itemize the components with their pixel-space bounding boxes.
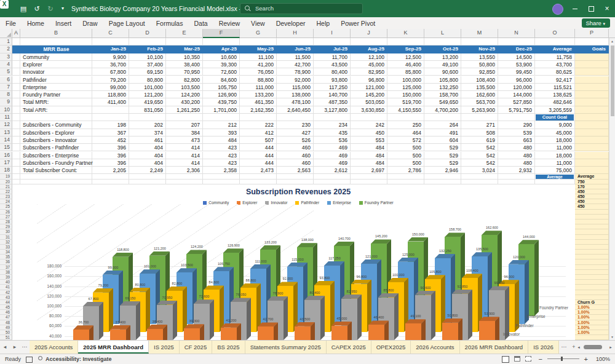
cell[interactable]	[575, 280, 609, 285]
cell[interactable]	[351, 114, 387, 121]
sheet-tab-opex2025[interactable]: OPEX2025	[371, 341, 411, 354]
cell[interactable]	[20, 114, 92, 121]
cell[interactable]	[277, 174, 314, 179]
cell[interactable]	[575, 159, 609, 167]
cell[interactable]	[20, 174, 92, 179]
cell[interactable]	[575, 290, 609, 295]
cell[interactable]	[277, 180, 314, 184]
row-header-47[interactable]: 47	[0, 315, 12, 320]
cell[interactable]	[12, 53, 20, 61]
cell[interactable]	[387, 114, 424, 121]
row-header-12[interactable]: 12	[0, 121, 12, 129]
cell[interactable]	[203, 38, 240, 46]
cell[interactable]	[575, 285, 609, 290]
sheet-tab-statements-summary-2025[interactable]: Statements Summary 2025	[245, 341, 327, 354]
select-all-corner[interactable]	[0, 29, 12, 38]
vertical-scrollbar[interactable]: ▲▼	[609, 38, 615, 340]
cell[interactable]	[575, 98, 609, 106]
cell[interactable]	[12, 174, 20, 179]
ribbon-tab-power-pivot[interactable]: Power Pivot	[335, 18, 381, 30]
ribbon-tab-help[interactable]: Help	[311, 18, 336, 30]
cell[interactable]	[203, 180, 240, 184]
cell[interactable]	[12, 98, 20, 106]
cell[interactable]	[575, 106, 609, 114]
cell[interactable]	[424, 180, 461, 184]
cell[interactable]	[12, 106, 20, 114]
row-header-20[interactable]: 20	[0, 180, 12, 184]
row-header-8[interactable]: 8	[0, 91, 12, 98]
cell[interactable]	[424, 174, 461, 179]
column-header-j[interactable]: J	[351, 29, 387, 38]
column-header-a[interactable]: A	[12, 29, 20, 38]
ribbon-tab-insert[interactable]: Insert	[50, 18, 77, 30]
row-header-10[interactable]: 10	[0, 106, 12, 114]
hscroll-left-icon[interactable]: ◂	[576, 343, 582, 351]
sheet-tab-bs-2025[interactable]: BS 2025	[212, 341, 245, 354]
row-header-46[interactable]: 46	[0, 310, 12, 315]
cell[interactable]	[575, 136, 609, 144]
cell[interactable]	[575, 275, 609, 280]
row-header-23[interactable]: 23	[0, 194, 12, 199]
sheet-nav-more-icon[interactable]: ⋯	[20, 341, 30, 354]
scroll-up-icon[interactable]: ▲	[609, 38, 615, 44]
zoom-level[interactable]: 100%	[596, 354, 610, 364]
cell[interactable]	[575, 240, 609, 245]
column-header-b[interactable]: B	[20, 29, 92, 38]
ribbon-tab-file[interactable]: File	[0, 18, 22, 30]
zoom-in-icon[interactable]: +	[584, 354, 588, 364]
avatar[interactable]	[552, 4, 563, 15]
cell[interactable]	[92, 106, 129, 114]
cell[interactable]	[575, 259, 609, 264]
cell[interactable]	[12, 121, 20, 129]
row-header-31[interactable]: 31	[0, 235, 12, 240]
cell[interactable]	[166, 180, 203, 184]
cell[interactable]	[12, 38, 20, 46]
row-header-19[interactable]: 19	[0, 174, 12, 179]
quick-access-toolbar-menu-icon[interactable]: ▾	[58, 4, 68, 14]
column-header-f[interactable]: F	[203, 29, 240, 38]
row-header-24[interactable]: 24	[0, 199, 12, 204]
row-header-50[interactable]: 50	[0, 330, 12, 335]
cell[interactable]	[575, 152, 609, 159]
cell[interactable]	[12, 61, 20, 68]
view-page-layout-icon[interactable]	[514, 356, 520, 362]
cell[interactable]	[277, 114, 314, 121]
row-header-28[interactable]: 28	[0, 220, 12, 224]
cell[interactable]	[240, 114, 277, 121]
chart[interactable]: Subscription Revenues 2025 CommunityExpl…	[22, 184, 575, 340]
cell[interactable]	[314, 180, 351, 184]
cell[interactable]	[92, 38, 129, 46]
sheet-list-icon[interactable]: ⋯	[559, 341, 569, 354]
zoom-slider[interactable]	[547, 358, 579, 359]
row-header-15[interactable]: 15	[0, 144, 12, 151]
row-header-4[interactable]: 4	[0, 61, 12, 68]
scroll-down-icon[interactable]: ▼	[609, 334, 615, 340]
view-page-break-icon[interactable]	[525, 356, 531, 362]
cell[interactable]	[12, 136, 20, 144]
row-header-30[interactable]: 30	[0, 229, 12, 234]
cell[interactable]	[129, 180, 166, 184]
cell[interactable]	[575, 295, 609, 300]
cell[interactable]	[461, 38, 498, 46]
row-header-43[interactable]: 43	[0, 295, 12, 300]
accessibility-status[interactable]: Accessibility: Investigate	[46, 354, 112, 364]
row-header-49[interactable]: 49	[0, 325, 12, 330]
cell[interactable]	[575, 224, 609, 229]
cell[interactable]	[203, 174, 240, 179]
column-header-h[interactable]: H	[277, 29, 314, 38]
cell[interactable]	[575, 167, 609, 174]
cell[interactable]	[166, 114, 203, 121]
restore-button[interactable]	[583, 0, 599, 17]
cell[interactable]	[12, 114, 20, 121]
cell[interactable]	[314, 114, 351, 121]
redo-icon[interactable]: ↻	[46, 4, 55, 14]
excel-app-icon[interactable]: X	[0, 0, 9, 9]
cell[interactable]	[535, 38, 575, 46]
cell[interactable]	[351, 38, 387, 46]
cell[interactable]	[498, 114, 535, 121]
column-header-e[interactable]: E	[166, 29, 203, 38]
ribbon-tab-developer[interactable]: Developer	[271, 18, 311, 30]
cell[interactable]	[12, 129, 20, 136]
column-header-p[interactable]: P	[575, 29, 609, 38]
row-header-37[interactable]: 37	[0, 265, 12, 270]
